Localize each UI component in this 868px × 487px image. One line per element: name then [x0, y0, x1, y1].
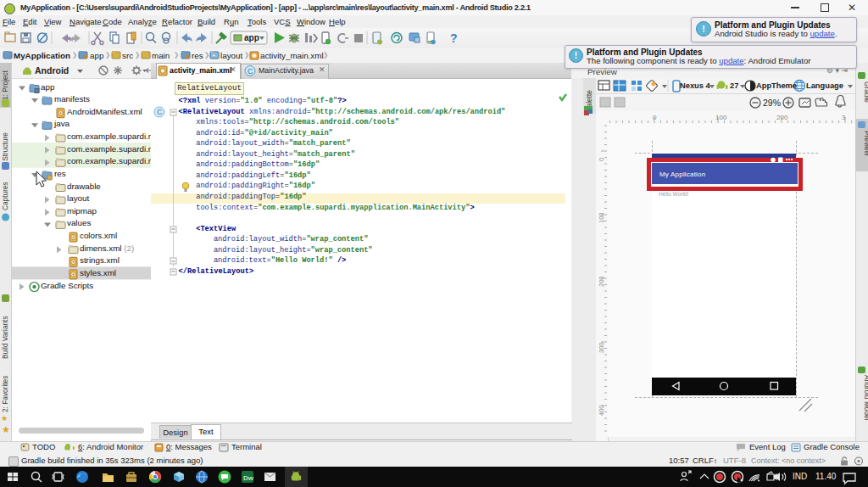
- svg-text:2: Favorites: 2: Favorites: [1, 376, 9, 412]
- svg-text:+: +: [212, 53, 215, 59]
- svg-text:Android: Android: [35, 65, 69, 76]
- svg-text:Android Model: Android Model: [863, 375, 868, 421]
- svg-text:1: Project: 1: Project: [1, 70, 9, 100]
- svg-text:Captures: Captures: [1, 182, 9, 210]
- svg-text:Dw: Dw: [243, 474, 254, 482]
- svg-text:★: ★: [1, 414, 8, 423]
- svg-text:C: C: [248, 67, 253, 76]
- svg-text:Build Variants: Build Variants: [1, 316, 9, 359]
- svg-text:app: app: [244, 33, 259, 42]
- svg-text:Preview: Preview: [863, 131, 868, 157]
- svg-text:?: ?: [450, 31, 458, 45]
- svg-text:Gradle: Gradle: [863, 81, 868, 103]
- svg-text:C: C: [157, 108, 163, 116]
